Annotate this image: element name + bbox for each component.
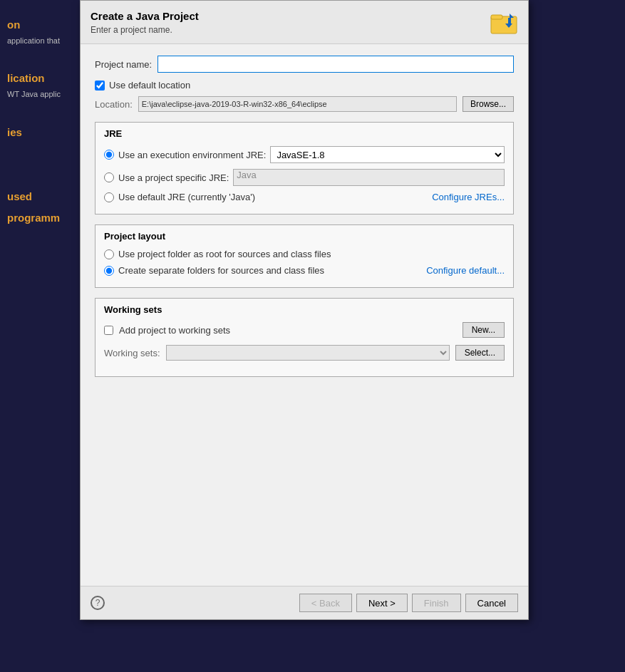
project-layout-title: Project layout [104, 231, 505, 242]
configure-default-link[interactable]: Configure default... [426, 265, 505, 276]
working-sets-label: Working sets: [104, 348, 160, 358]
layout-separate-label: Create separate folders for sources and … [118, 265, 324, 276]
jre-project-specific-select: Java [233, 169, 505, 186]
layout-separate-radio[interactable] [104, 266, 114, 276]
add-working-sets-row: Add project to working sets New... [104, 322, 505, 338]
dialog-title: Create a Java Project [91, 10, 199, 22]
working-sets-section: Working sets Add project to working sets… [95, 298, 514, 377]
dialog-footer: ? < Back Next > Finish Cancel [81, 586, 528, 619]
jre-section: JRE Use an execution environment JRE: Ja… [95, 122, 514, 214]
location-input[interactable] [138, 96, 457, 112]
finish-button[interactable]: Finish [412, 594, 461, 612]
location-label: Location: [95, 99, 133, 110]
dialog-subtitle: Enter a project name. [91, 25, 199, 35]
jre-default-radio[interactable] [104, 192, 114, 202]
new-working-set-button[interactable]: New... [463, 322, 505, 338]
project-name-label: Project name: [95, 59, 152, 70]
use-default-location-row: Use default location [95, 80, 514, 91]
help-button[interactable]: ? [91, 596, 105, 610]
jre-project-specific-label: Use a project specific JRE: [118, 172, 229, 183]
use-default-location-label: Use default location [109, 80, 190, 91]
jre-execution-env-row: Use an execution environment JRE: JavaSE… [104, 146, 505, 163]
project-layout-section: Project layout Use project folder as roo… [95, 224, 514, 288]
dialog-title-info: Create a Java Project Enter a project na… [91, 10, 199, 35]
browse-button[interactable]: Browse... [463, 96, 514, 112]
svg-rect-1 [491, 15, 502, 19]
jre-execution-env-select[interactable]: JavaSE-1.8 JavaSE-11 JavaSE-17 [270, 146, 505, 163]
select-working-set-button[interactable]: Select... [455, 345, 505, 361]
jre-default-label: Use default JRE (currently 'Java') [118, 192, 255, 202]
java-project-icon [490, 8, 518, 36]
cancel-button[interactable]: Cancel [465, 594, 518, 612]
use-default-location-checkbox[interactable] [95, 81, 105, 91]
working-sets-title: Working sets [104, 304, 505, 315]
project-name-row: Project name: [95, 56, 514, 73]
configure-jres-link[interactable]: Configure JREs... [432, 192, 505, 202]
jre-default-row: Use default JRE (currently 'Java') Confi… [104, 192, 505, 202]
jre-execution-env-label: Use an execution environment JRE: [118, 150, 266, 160]
location-row: Location: Browse... [95, 96, 514, 112]
dialog-title-bar: Create a Java Project Enter a project na… [81, 1, 528, 44]
next-button[interactable]: Next > [356, 594, 408, 612]
layout-separate-row: Create separate folders for sources and … [104, 265, 505, 276]
working-sets-select[interactable] [166, 345, 450, 361]
background-text: on application that lication WT Java app… [0, 0, 86, 243]
svg-marker-2 [510, 14, 514, 18]
add-working-sets-label: Add project to working sets [119, 325, 230, 336]
layout-root-label: Use project folder as root for sources a… [118, 249, 331, 259]
layout-root-row: Use project folder as root for sources a… [104, 249, 505, 259]
jre-section-title: JRE [104, 128, 505, 139]
jre-execution-env-radio[interactable] [104, 150, 114, 160]
jre-project-specific-radio[interactable] [104, 172, 114, 182]
create-java-project-dialog: Create a Java Project Enter a project na… [80, 0, 529, 620]
layout-root-radio[interactable] [104, 249, 114, 259]
back-button[interactable]: < Back [299, 594, 352, 612]
project-name-input[interactable] [157, 56, 514, 73]
dialog-body: Project name: Use default location Locat… [81, 44, 528, 586]
add-working-sets-checkbox[interactable] [104, 326, 113, 335]
jre-project-specific-row: Use a project specific JRE: Java [104, 169, 505, 186]
working-sets-select-row: Working sets: Select... [104, 345, 505, 361]
